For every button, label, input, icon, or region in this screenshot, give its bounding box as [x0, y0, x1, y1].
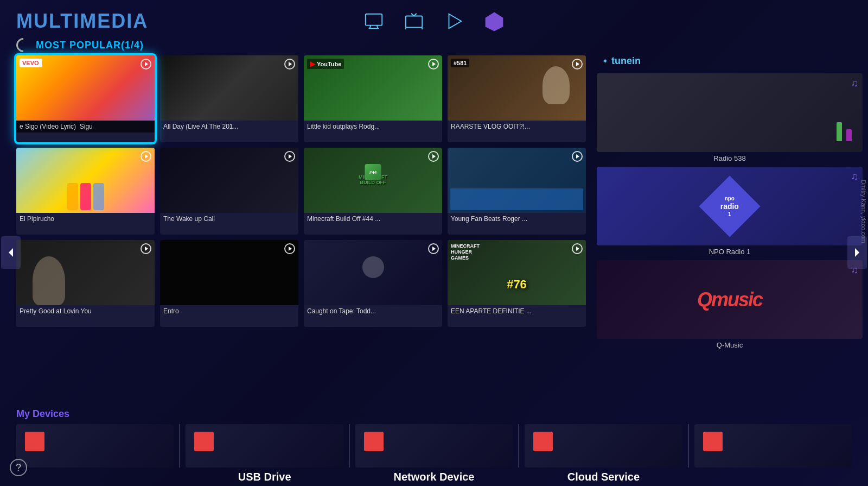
- my-devices-title: My Devices: [16, 408, 852, 420]
- play-btn-12: [572, 243, 583, 254]
- qmusic-logo: Qmusic: [697, 288, 762, 311]
- device-label-5: [694, 471, 852, 483]
- video-card-1[interactable]: VEVO e Sigo (Video Lyric) Sigu: [16, 55, 155, 142]
- play-btn-4: [572, 59, 583, 70]
- svg-marker-1: [855, 248, 859, 257]
- svg-rect-13: [491, 18, 497, 24]
- video-card-12[interactable]: MINECRAFTHUNGERGAMES #76 EEN APARTE DEFI…: [448, 240, 586, 327]
- video-card-10[interactable]: Entro: [160, 240, 298, 327]
- video-title-2: All Day (Live At The 201...: [160, 121, 298, 132]
- radio-station-qmusic[interactable]: ♫ Qmusic Q-Music: [597, 260, 863, 349]
- tv-icon[interactable]: [402, 9, 426, 33]
- video-card-5[interactable]: El Pipirucho: [16, 148, 155, 235]
- svg-rect-2: [366, 14, 382, 26]
- eq-bar-purple: [846, 129, 852, 141]
- video-title-5: El Pipirucho: [16, 213, 155, 225]
- video-card-7[interactable]: MINECRAFT BUILD OFF #44 Minecraft Build …: [304, 148, 442, 235]
- video-card-8[interactable]: Young Fan Beats Roger ...: [448, 148, 586, 235]
- play-btn-7: [428, 151, 439, 162]
- radio-station-npo[interactable]: ♫ npo radio 1 NPO Radio 1: [597, 167, 863, 256]
- play-btn-5: [141, 151, 151, 162]
- media-icon[interactable]: [482, 9, 506, 33]
- radio-panel: ✦ tunein ♫ Radio 538 ♫ npo radio 1: [586, 55, 868, 403]
- separator-2: [349, 424, 350, 468]
- video-grid-wrapper: VEVO e Sigo (Video Lyric) Sigu All Day (…: [16, 55, 586, 403]
- note-icon-npo: ♫: [851, 171, 859, 182]
- device-icon-1: [25, 432, 44, 451]
- video-card-3[interactable]: ▶ YouTube Little kid outplays Rodg...: [304, 55, 442, 142]
- separator-1: [179, 424, 180, 468]
- video-title-9: Pretty Good at Lovin You: [16, 305, 155, 317]
- video-card-6[interactable]: The Wake up Call: [160, 148, 298, 235]
- play-btn-3: [428, 59, 439, 70]
- separator-3: [518, 424, 519, 468]
- refresh-icon: [14, 35, 34, 55]
- svg-marker-0: [9, 248, 13, 257]
- play-btn-10: [284, 243, 295, 254]
- radio-name-538: Radio 538: [597, 152, 863, 162]
- video-title-12: EEN APARTE DEFINITIE ...: [448, 305, 586, 317]
- device-label-3: Network Device: [355, 471, 513, 483]
- device-icon-3: [364, 432, 384, 451]
- device-card-2[interactable]: [186, 424, 343, 468]
- note-icon-538: ♫: [851, 78, 859, 89]
- screen-icon[interactable]: [362, 9, 386, 33]
- device-icon-2: [194, 432, 214, 451]
- device-card-4[interactable]: [525, 424, 682, 468]
- video-title-6: The Wake up Call: [160, 213, 298, 225]
- device-label-2: USB Drive: [186, 471, 343, 483]
- device-card-1[interactable]: [16, 424, 174, 468]
- vevo-badge: VEVO: [20, 59, 42, 67]
- play-icon[interactable]: [442, 9, 466, 33]
- video-card-4[interactable]: #581 RAARSTE VLOG OOIT?!...: [448, 55, 586, 142]
- play-btn-11: [428, 243, 439, 254]
- tunein-header: ✦ tunein: [597, 55, 863, 69]
- device-card-5[interactable]: [694, 424, 852, 468]
- svg-rect-6: [406, 16, 422, 28]
- play-btn-6: [284, 151, 295, 162]
- copyright-text: Dmitry Kann, yktoo.com: [860, 180, 867, 243]
- play-btn-2: [284, 59, 295, 70]
- video-title-4: RAARSTE VLOG OOIT?!...: [448, 121, 586, 132]
- device-icon-5: [703, 432, 723, 451]
- device-labels-row: USB Drive Network Device Cloud Service: [16, 468, 852, 483]
- right-nav-arrow[interactable]: [847, 236, 867, 269]
- device-label-4: Cloud Service: [525, 471, 682, 483]
- left-nav-arrow[interactable]: [1, 236, 21, 269]
- radio-station-538[interactable]: ♫ Radio 538: [597, 73, 863, 162]
- num-badge-4: #581: [451, 59, 469, 67]
- svg-marker-11: [449, 14, 462, 29]
- device-card-3[interactable]: [355, 424, 513, 468]
- main-content: VEVO e Sigo (Video Lyric) Sigu All Day (…: [0, 55, 868, 403]
- play-btn-8: [572, 151, 583, 162]
- tunein-dot-icon: ✦: [602, 57, 608, 65]
- tunein-logo-text: tunein: [611, 55, 641, 67]
- separator-4: [688, 424, 689, 468]
- video-grid: VEVO e Sigo (Video Lyric) Sigu All Day (…: [16, 55, 586, 327]
- header: MULTIMEDIA: [0, 0, 868, 38]
- devices-row: [16, 424, 852, 468]
- play-btn-1: [141, 59, 151, 70]
- eq-bar-green: [837, 122, 842, 141]
- app-title: MULTIMEDIA: [16, 10, 148, 33]
- video-title-10: Entro: [160, 305, 298, 317]
- video-card-9[interactable]: Pretty Good at Lovin You: [16, 240, 155, 327]
- section-title: MOST POPULAR(1/4): [36, 40, 144, 51]
- radio-name-qmusic: Q-Music: [597, 339, 863, 349]
- top-icons: [362, 9, 506, 33]
- video-title-1: e Sigo (Video Lyric) Sigu: [16, 121, 155, 132]
- video-title-8: Young Fan Beats Roger ...: [448, 213, 586, 225]
- help-button[interactable]: ?: [10, 459, 27, 476]
- device-icon-4: [533, 432, 553, 451]
- video-title-11: Caught on Tape: Todd...: [304, 305, 442, 317]
- my-devices-section: My Devices USB Drive: [0, 403, 868, 483]
- video-title-3: Little kid outplays Rodg...: [304, 121, 442, 132]
- radio-name-npo: NPO Radio 1: [597, 245, 863, 256]
- play-btn-9: [141, 243, 151, 254]
- video-card-11[interactable]: Caught on Tape: Todd...: [304, 240, 442, 327]
- section-header: MOST POPULAR(1/4): [0, 38, 868, 55]
- video-card-2[interactable]: All Day (Live At The 201...: [160, 55, 298, 142]
- youtube-badge-3: ▶ YouTube: [307, 59, 344, 69]
- device-label-1: [16, 471, 174, 483]
- video-title-7: Minecraft Build Off #44 ...: [304, 213, 442, 225]
